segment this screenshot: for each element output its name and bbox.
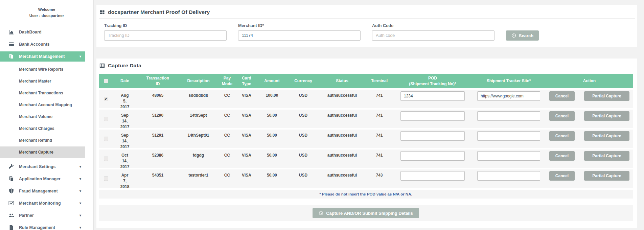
chevron-down-icon: ▾ bbox=[79, 213, 81, 217]
chevron-down-icon: ▾ bbox=[79, 201, 81, 205]
sidebar-item-merchant-refund[interactable]: Merchant Refund bbox=[0, 135, 85, 146]
pod-input[interactable] bbox=[400, 171, 465, 181]
col-header-card-type: Card Type bbox=[236, 74, 257, 88]
pod-input[interactable] bbox=[400, 111, 465, 121]
col-header-status: Status bbox=[319, 77, 365, 85]
sidebar-item-label: Rule Management bbox=[19, 225, 55, 230]
sidebar-item-merchant-account-mapping[interactable]: Merchant Account Mapping bbox=[0, 99, 85, 111]
sidebar-item-merchant-wire-reports[interactable]: Merchant Wire Reports bbox=[0, 64, 85, 75]
sidebar-item-merchant-management[interactable]: Merchant Management ▾ bbox=[0, 51, 85, 62]
col-header-amount: Amount bbox=[257, 77, 287, 85]
cell-terminal: 741 bbox=[365, 130, 394, 148]
partial-capture-button[interactable]: Partial Capture bbox=[584, 111, 629, 121]
merchant-id-label: Merchant ID* bbox=[238, 23, 361, 28]
panel-header: docspartner Merchant Proof Of Delivery bbox=[99, 5, 635, 19]
capture-data-panel: Capture Data Date Transaction ID Descrip… bbox=[96, 59, 637, 228]
sidebar-item-merchant-monitoring[interactable]: Merchant Monitoring ▾ bbox=[0, 198, 85, 208]
cell-description: 14thSept bbox=[179, 110, 218, 128]
header-checkbox-cell bbox=[99, 77, 113, 85]
search-button[interactable]: Search bbox=[506, 30, 539, 41]
credit-card-icon bbox=[8, 41, 14, 47]
pod-input[interactable] bbox=[400, 151, 465, 161]
cell-amount: 50.00 bbox=[257, 130, 287, 148]
cell-currency: USD bbox=[287, 150, 319, 168]
capture-header: Capture Data bbox=[99, 59, 635, 70]
sidebar-item-partner[interactable]: Partner ▾ bbox=[0, 210, 85, 221]
cell-card-type: VISA bbox=[236, 150, 257, 168]
sidebar-item-merchant-volume[interactable]: Merchant Volume bbox=[0, 111, 85, 123]
merchant-id-field-group: Merchant ID* bbox=[238, 23, 361, 41]
partial-capture-button[interactable]: Partial Capture bbox=[584, 91, 629, 101]
cell-terminal: 741 bbox=[365, 150, 394, 168]
chevron-down-icon: ▾ bbox=[79, 226, 81, 229]
wrench-icon bbox=[8, 164, 14, 169]
partial-capture-button[interactable]: Partial Capture bbox=[584, 171, 629, 181]
sidebar-item-merchant-charges[interactable]: Merchant Charges bbox=[0, 123, 85, 135]
sidebar-item-label: Merchant Management bbox=[19, 54, 65, 59]
partial-capture-button[interactable]: Partial Capture bbox=[584, 151, 629, 161]
sidebar-item-bank-accounts[interactable]: Bank Accounts bbox=[0, 39, 85, 49]
cell-transaction-id: 52386 bbox=[137, 150, 179, 168]
cancel-button[interactable]: Cancel bbox=[549, 131, 575, 141]
sidebar-item-merchant-settings[interactable]: Merchant Settings ▾ bbox=[0, 162, 85, 172]
search-form: Tracking ID Merchant ID* Auth Code Searc… bbox=[99, 19, 635, 47]
tracker-site-input[interactable] bbox=[477, 91, 540, 101]
cell-currency: USD bbox=[287, 110, 319, 128]
shield-icon bbox=[8, 188, 14, 194]
cell-status: authsuccessful bbox=[319, 169, 365, 188]
tracker-site-input[interactable] bbox=[477, 171, 540, 181]
capture-submit-label: Capture AND/OR Submit Shipping Details bbox=[326, 211, 413, 216]
capture-submit-button[interactable]: Capture AND/OR Submit Shipping Details bbox=[313, 208, 419, 218]
cancel-button[interactable]: Cancel bbox=[549, 91, 575, 101]
pod-input[interactable] bbox=[400, 131, 465, 141]
tracking-id-input[interactable] bbox=[104, 30, 227, 41]
tracker-site-input[interactable] bbox=[477, 151, 540, 161]
auth-code-input[interactable] bbox=[372, 30, 495, 41]
col-header-pod: POD (Shipment Tracking No)* bbox=[394, 74, 472, 88]
bar-chart-icon bbox=[8, 29, 14, 35]
tracker-site-input[interactable] bbox=[477, 131, 540, 141]
cancel-button[interactable]: Cancel bbox=[549, 171, 575, 181]
cell-transaction-id: 51290 bbox=[137, 110, 179, 128]
row-checkbox[interactable]: ✔ bbox=[104, 97, 108, 101]
chevron-down-icon: ▾ bbox=[79, 54, 81, 58]
pod-input[interactable] bbox=[400, 91, 465, 101]
cell-card-type: VISA bbox=[236, 110, 257, 128]
tracker-site-input[interactable] bbox=[477, 111, 540, 121]
sidebar-item-merchant-transactions[interactable]: Merchant Transactions bbox=[0, 87, 85, 99]
select-all-checkbox[interactable] bbox=[104, 79, 108, 83]
sidebar-item-application-manager[interactable]: Application Manager ▾ bbox=[0, 174, 85, 184]
table-header-row: Date Transaction ID Description Pay Mode… bbox=[99, 74, 633, 88]
pod-note: * Please do not insert the POD value as … bbox=[99, 190, 633, 199]
cancel-button[interactable]: Cancel bbox=[549, 151, 575, 161]
cell-description: 14thSept01 bbox=[179, 130, 218, 148]
table-row: Apr 7, 2018 54351 testorder1 CC VISA 50.… bbox=[99, 169, 633, 188]
row-checkbox[interactable] bbox=[104, 137, 108, 141]
page-title: docspartner Merchant Proof Of Delivery bbox=[108, 9, 210, 15]
submit-band: Capture AND/OR Submit Shipping Details bbox=[99, 205, 633, 221]
cancel-button[interactable]: Cancel bbox=[549, 111, 575, 121]
cell-transaction-id: 51291 bbox=[137, 130, 179, 148]
sidebar-item-dashboard[interactable]: DashBoard bbox=[0, 27, 85, 37]
sidebar-item-fraud-management[interactable]: Fraud Management ▾ bbox=[0, 186, 85, 196]
sidebar-item-rule-management[interactable]: Rule Management ▾ bbox=[0, 223, 85, 230]
sidebar-item-merchant-master[interactable]: Merchant Master bbox=[0, 75, 85, 87]
row-checkbox[interactable] bbox=[104, 177, 108, 181]
col-header-action: Action bbox=[546, 77, 633, 85]
auth-code-field-group: Auth Code bbox=[372, 23, 495, 41]
table-row: Sep 14, 2017 51290 14thSept CC VISA 50.0… bbox=[99, 110, 633, 128]
row-checkbox[interactable] bbox=[104, 157, 108, 161]
sidebar-item-label: Bank Accounts bbox=[19, 42, 50, 47]
cell-status: authsuccessful bbox=[319, 130, 365, 148]
cell-description: fdgdg bbox=[179, 150, 218, 168]
partial-capture-button[interactable]: Partial Capture bbox=[584, 131, 629, 141]
table-icon bbox=[99, 63, 105, 68]
col-header-description: Description bbox=[179, 77, 218, 85]
cell-currency: USD bbox=[287, 169, 319, 188]
sidebar-item-merchant-capture[interactable]: Merchant Capture bbox=[0, 146, 85, 158]
cell-date: Aug 5, 2017 bbox=[113, 90, 137, 108]
row-checkbox[interactable] bbox=[104, 117, 108, 121]
cell-amount: 50.00 bbox=[257, 169, 287, 188]
merchant-id-input[interactable] bbox=[238, 30, 361, 41]
cell-pay-mode: CC bbox=[218, 90, 236, 108]
